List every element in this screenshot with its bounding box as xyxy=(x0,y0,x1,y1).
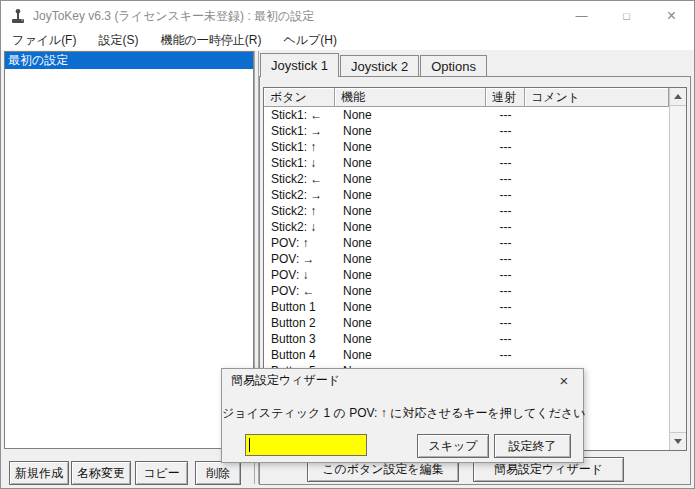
dialog-close-icon: × xyxy=(560,372,569,389)
table-row[interactable]: Stick1: ↑ None --- xyxy=(264,139,669,155)
table-row[interactable]: Stick2: ↑ None --- xyxy=(264,203,669,219)
minimize-button[interactable]: — xyxy=(559,1,604,31)
text-caret xyxy=(249,438,250,452)
dialog-title: 簡易設定ウィザード xyxy=(231,371,340,390)
tab[interactable]: Joystick 1 xyxy=(260,53,339,77)
profile-action-button[interactable]: コピー xyxy=(135,461,188,485)
joystick-app-icon xyxy=(10,8,26,24)
menu-item[interactable]: ファイル(F) xyxy=(1,32,87,49)
table-row[interactable]: Button 1 None --- xyxy=(264,299,669,315)
column-header-autofire[interactable]: 連射 xyxy=(486,88,525,107)
table-row[interactable]: Stick1: → None --- xyxy=(264,123,669,139)
menu-item[interactable]: 設定(S) xyxy=(87,32,149,49)
table-row[interactable]: Stick2: ← None --- xyxy=(264,171,669,187)
maximize-icon: □ xyxy=(623,10,630,22)
minimize-icon: — xyxy=(576,9,588,23)
table-row[interactable]: Button 4 None --- xyxy=(264,347,669,363)
dialog-close-button[interactable]: × xyxy=(551,371,577,390)
table-row[interactable]: Button 3 None --- xyxy=(264,331,669,347)
table-header: ボタン 機能 連射 コメント xyxy=(264,88,669,107)
menubar: ファイル(F) 設定(S) 機能の一時停止(R) ヘルプ(H) xyxy=(1,31,694,50)
profile-action-button[interactable]: 削除 xyxy=(195,461,241,485)
table-row[interactable]: POV: → None --- xyxy=(264,251,669,267)
quick-setup-wizard-dialog: 簡易設定ウィザード × ジョイスティック 1 の POV: ↑ に対応させるキー… xyxy=(221,368,584,463)
maximize-button[interactable]: □ xyxy=(604,1,649,31)
table-row[interactable]: Stick1: ← None --- xyxy=(264,107,669,123)
finish-setup-button[interactable]: 設定終了 xyxy=(494,434,571,458)
table-row[interactable]: POV: ← None --- xyxy=(264,283,669,299)
table-row[interactable]: POV: ↓ None --- xyxy=(264,267,669,283)
window-title: JoyToKey v6.3 (ライセンスキー未登録) : 最初の設定 xyxy=(33,1,314,31)
titlebar: JoyToKey v6.3 (ライセンスキー未登録) : 最初の設定 — □ × xyxy=(1,1,694,31)
scroll-up-button[interactable] xyxy=(670,88,686,106)
column-header-comment[interactable]: コメント xyxy=(525,88,669,107)
tab-bar: Joystick 1 Joystick 2 Options xyxy=(260,53,488,77)
profile-action-button[interactable]: 新規作成 xyxy=(9,461,69,485)
app-window: JoyToKey v6.3 (ライセンスキー未登録) : 最初の設定 — □ ×… xyxy=(0,0,695,489)
profile-action-button[interactable]: 名称変更 xyxy=(71,461,131,485)
table-row[interactable]: Stick2: ↓ None --- xyxy=(264,219,669,235)
close-icon: × xyxy=(667,7,676,25)
vertical-scrollbar[interactable] xyxy=(669,88,686,450)
profile-item-selected[interactable]: 最初の設定 xyxy=(5,52,253,69)
table-row[interactable]: Stick2: → None --- xyxy=(264,187,669,203)
scroll-up-icon xyxy=(674,94,682,99)
column-header-function[interactable]: 機能 xyxy=(335,88,486,107)
column-header-button[interactable]: ボタン xyxy=(264,88,335,107)
skip-button[interactable]: スキップ xyxy=(417,434,489,458)
table-row[interactable]: Stick1: ↓ None --- xyxy=(264,155,669,171)
scroll-down-icon xyxy=(674,439,682,444)
dialog-message: ジョイスティック 1 の POV: ↑ に対応させるキーを押してください xyxy=(222,405,583,422)
menu-item[interactable]: ヘルプ(H) xyxy=(272,32,348,49)
table-row[interactable]: POV: ↑ None --- xyxy=(264,235,669,251)
profile-list[interactable]: 最初の設定 xyxy=(4,51,254,449)
tab[interactable]: Joystick 2 xyxy=(340,55,419,77)
close-button[interactable]: × xyxy=(649,1,694,31)
key-capture-input[interactable] xyxy=(245,434,367,456)
tab[interactable]: Options xyxy=(420,55,487,77)
window-controls: — □ × xyxy=(559,1,694,31)
menu-item[interactable]: 機能の一時停止(R) xyxy=(149,32,272,49)
scroll-down-button[interactable] xyxy=(670,432,686,450)
table-row[interactable]: Button 2 None --- xyxy=(264,315,669,331)
